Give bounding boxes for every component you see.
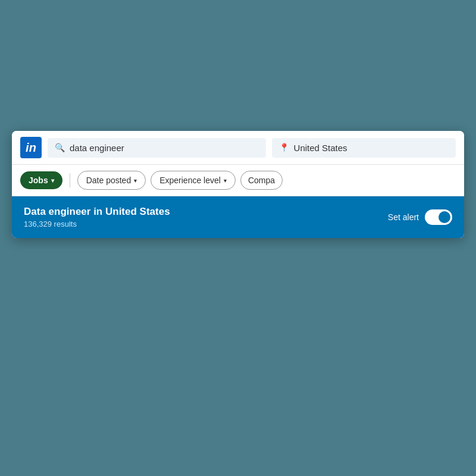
location-input[interactable]: [294, 143, 449, 153]
set-alert-container: Set alert: [388, 209, 452, 225]
jobs-filter-button[interactable]: Jobs ▾: [20, 171, 62, 189]
set-alert-toggle[interactable]: [425, 209, 452, 225]
filter-bar: Jobs ▾ Date posted ▾ Experience level ▾ …: [12, 165, 464, 196]
results-title: Data engineer in United States: [24, 206, 170, 218]
linkedin-logo: in: [20, 137, 42, 158]
experience-level-chevron-icon: ▾: [224, 177, 227, 184]
set-alert-label: Set alert: [388, 212, 419, 222]
results-info: Data engineer in United States 136,329 r…: [24, 206, 170, 228]
results-banner: Data engineer in United States 136,329 r…: [12, 196, 464, 238]
search-bar: in 🔍 📍: [12, 131, 464, 165]
linkedin-logo-text: in: [26, 142, 36, 154]
jobs-chevron-icon: ▾: [51, 177, 54, 184]
search-field[interactable]: 🔍: [48, 138, 266, 158]
search-icon: 🔍: [55, 143, 65, 152]
company-filter-button[interactable]: Compa: [240, 171, 283, 190]
date-posted-chevron-icon: ▾: [134, 177, 137, 184]
location-field[interactable]: 📍: [272, 138, 456, 158]
search-input[interactable]: [70, 143, 259, 153]
linkedin-card: in 🔍 📍 Jobs ▾ Date posted ▾ Experience l…: [12, 131, 464, 238]
location-pin-icon: 📍: [279, 143, 289, 152]
filter-divider: [70, 173, 70, 187]
date-posted-filter-button[interactable]: Date posted ▾: [77, 171, 146, 190]
experience-level-filter-button[interactable]: Experience level ▾: [151, 171, 236, 190]
results-count: 136,329 results: [24, 220, 170, 228]
